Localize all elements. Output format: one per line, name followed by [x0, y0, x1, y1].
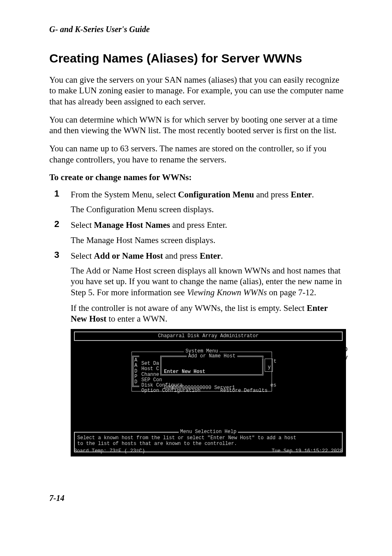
terminal-figure: Name set up previously Chaparral Disk Ar… — [71, 329, 346, 456]
status-bar: Board Temp: 73ºF ( 23ºC) Tue Sep 19 16:1… — [74, 449, 343, 454]
step-2-main: Select Manage Host Names and press Enter… — [71, 220, 345, 230]
running-head: G- and K-Series User's Guide — [49, 25, 345, 34]
procedure-heading: To create or change names for WWNs: — [49, 172, 345, 183]
wwn-entry-item: 0000000000000000 Server1 — [164, 385, 260, 391]
procedure-steps: From the System Menu, select Configurati… — [49, 189, 345, 324]
status-right: Tue Sep 19 16:15:22 2028 — [272, 449, 343, 454]
scroll-indicator-box: t y — [265, 359, 273, 372]
terminal-title: Chaparral Disk Array Administrator — [74, 331, 343, 341]
step-3-sub-2: If the controller is not aware of any WW… — [71, 303, 345, 324]
step-3: Select Add or Name Host and press Enter.… — [49, 250, 345, 324]
page-number: 7-14 — [49, 493, 345, 503]
intro-para-3: You can name up to 63 servers. The names… — [49, 143, 345, 165]
step-1-main: From the System Menu, select Configurati… — [71, 189, 345, 200]
step-1: From the System Menu, select Configurati… — [49, 189, 345, 215]
step-1-sub: The Configuration Menu screen displays. — [71, 204, 345, 215]
step-3-sub-1: The Add or Name Host screen displays all… — [71, 265, 345, 298]
help-text: Select a known host from the list or sel… — [77, 436, 339, 446]
add-name-host-box: Add or Name Host Enter New Host 00000000… — [160, 356, 263, 375]
intro-para-2: You can determine which WWN is for which… — [49, 114, 345, 136]
step-2-sub: The Manage Host Names screen displays. — [71, 235, 345, 246]
terminal-screen: Chaparral Disk Array Administrator Syste… — [71, 329, 346, 456]
intro-para-1: You can give the servers on your SAN nam… — [49, 74, 345, 107]
status-left: Board Temp: 73ºF ( 23ºC) — [74, 449, 145, 454]
help-label: Menu Selection Help — [179, 429, 238, 435]
enter-new-host-item: Enter New Host — [164, 369, 260, 375]
step-2: Select Manage Host Names and press Enter… — [49, 220, 345, 246]
trail-es: es — [270, 383, 276, 388]
add-name-host-label: Add or Name Host — [187, 354, 237, 359]
step-3-main: Select Add or Name Host and press Enter. — [71, 250, 345, 261]
section-title: Creating Names (Aliases) for Server WWNs — [49, 51, 345, 65]
left-letter-col: A A D P D — [132, 356, 139, 387]
